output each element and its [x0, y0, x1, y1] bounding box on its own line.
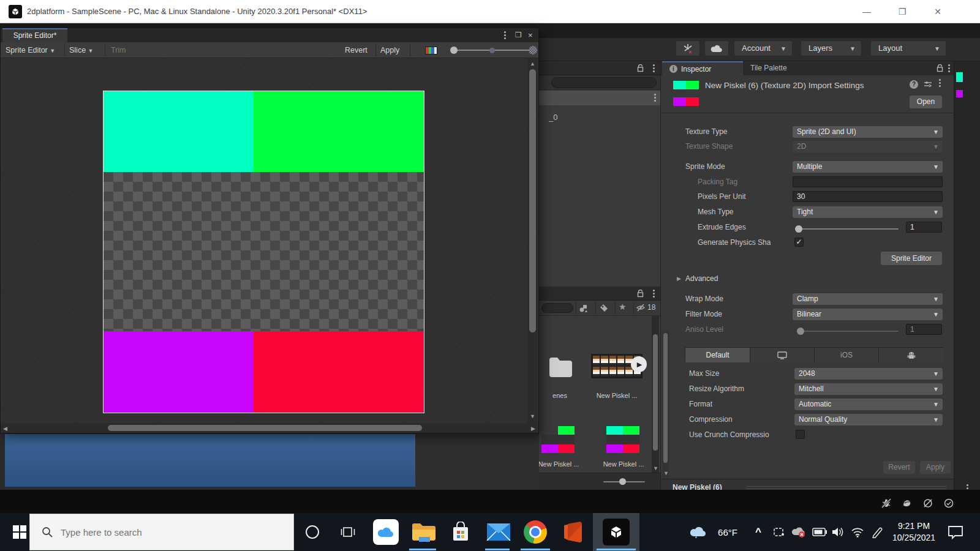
extrude-edges-input[interactable]: 1	[906, 222, 942, 233]
hierarchy-menu-icon[interactable]	[653, 67, 655, 69]
play-preview-button[interactable]: ▶	[631, 356, 647, 372]
sprite-region-magenta[interactable]	[104, 331, 254, 413]
platform-tab-default[interactable]: Default	[685, 348, 750, 362]
layout-dropdown[interactable]: Layout ▼	[870, 40, 946, 56]
layers-dropdown[interactable]: Layers ▼	[801, 40, 862, 56]
scrollbar-thumb[interactable]	[653, 334, 658, 451]
filter-mode-dropdown[interactable]: Bilinear▼	[793, 309, 943, 320]
sprite-region-green[interactable]	[254, 91, 424, 172]
lock-icon[interactable]	[937, 64, 943, 72]
hidden-count-button[interactable]: 18	[636, 302, 647, 315]
onedrive-error-tray-icon[interactable]	[789, 513, 809, 551]
wifi-tray-icon[interactable]	[848, 513, 867, 551]
filter-by-label-button[interactable]	[599, 303, 609, 315]
mip-slider-dot[interactable]	[489, 48, 495, 53]
max-size-dropdown[interactable]: 2048▼	[794, 368, 943, 380]
platform-tab-standalone[interactable]	[750, 348, 815, 362]
tray-expand-icon[interactable]: ^	[748, 513, 768, 551]
weather-icon-button[interactable]	[685, 513, 712, 551]
tab-sprite-editor[interactable]: Sprite Editor*	[2, 28, 67, 42]
asset-label[interactable]: enes	[539, 392, 581, 399]
vertical-scrollbar[interactable]: ▲ ▼	[527, 58, 538, 423]
account-dropdown[interactable]: Account ▼	[734, 40, 793, 56]
extrude-edges-slider[interactable]	[799, 228, 899, 230]
color-channels-button[interactable]	[425, 47, 437, 54]
zoom-slider-knob[interactable]	[450, 47, 458, 54]
slider-knob[interactable]	[619, 478, 626, 485]
lock-icon[interactable]	[637, 64, 644, 72]
slice-menu[interactable]: Slice ▼	[69, 42, 94, 58]
wrap-mode-dropdown[interactable]: Clamp▼	[793, 293, 943, 305]
slider-knob[interactable]	[795, 225, 802, 233]
texture-type-dropdown[interactable]: Sprite (2D and UI)▼	[793, 126, 943, 138]
maximize-button[interactable]: ❒	[894, 6, 910, 17]
header-menu-icon[interactable]	[939, 82, 941, 84]
sprite-editor-button[interactable]: Sprite Editor	[881, 252, 942, 265]
cortana-button[interactable]	[295, 513, 330, 551]
scrollbar-thumb[interactable]	[108, 425, 422, 431]
asset-label[interactable]: New Piskel ...	[603, 460, 644, 468]
foldout-arrow-icon[interactable]: ▶	[677, 276, 681, 282]
office-app-button[interactable]	[555, 513, 589, 551]
weather-temp[interactable]: 66°F	[712, 513, 744, 551]
sprite-mode-dropdown[interactable]: Multiple▼	[793, 161, 943, 173]
texture-image[interactable]	[103, 91, 424, 413]
pixels-per-unit-input[interactable]: 30	[793, 191, 943, 202]
hierarchy-search-input[interactable]	[551, 77, 657, 88]
sprite-region-cyan[interactable]	[104, 91, 254, 172]
unity-app-button[interactable]	[599, 513, 633, 551]
scroll-down-icon[interactable]: ▼	[663, 470, 669, 476]
file-explorer-button[interactable]	[407, 513, 441, 551]
window-menu-icon[interactable]	[504, 34, 506, 36]
packing-tag-input[interactable]	[793, 176, 943, 187]
debugger-status-button[interactable]	[877, 496, 895, 511]
sprite-region-red[interactable]	[254, 331, 424, 413]
asset-texture-2[interactable]	[606, 426, 639, 453]
edge-panel-menu-icon[interactable]	[967, 487, 968, 489]
format-dropdown[interactable]: Automatic▼	[794, 399, 943, 410]
minimize-button[interactable]: —	[859, 6, 875, 17]
scroll-left-icon[interactable]: ◀	[3, 425, 7, 432]
search-input[interactable]	[61, 527, 269, 538]
cache-server-status-button[interactable]	[898, 496, 916, 511]
action-center-button[interactable]	[942, 513, 969, 551]
snip-tray-icon[interactable]	[769, 513, 788, 551]
use-crunch-compression-checkbox[interactable]	[796, 430, 805, 439]
icloud-app-button[interactable]	[369, 513, 403, 551]
row-menu-icon[interactable]	[654, 97, 656, 99]
microsoft-store-button[interactable]	[443, 513, 478, 551]
pen-tray-icon[interactable]	[867, 513, 887, 551]
filter-by-type-button[interactable]	[578, 302, 589, 315]
window-maximize-icon[interactable]: ❒	[515, 31, 522, 39]
zoom-slider[interactable]	[454, 50, 537, 51]
platform-tab-ios[interactable]: iOS	[815, 348, 879, 362]
window-close-icon[interactable]: ×	[528, 31, 533, 40]
project-menu-icon[interactable]	[653, 293, 655, 294]
apply-button[interactable]: Apply	[380, 42, 399, 58]
scrollbar-thumb[interactable]	[529, 69, 536, 332]
presets-icon[interactable]	[924, 80, 932, 89]
taskbar-search[interactable]	[29, 514, 294, 550]
mail-app-button[interactable]	[481, 513, 516, 551]
platform-tab-android[interactable]	[879, 348, 944, 362]
hierarchy-selected-row[interactable]	[539, 91, 660, 105]
sprite-editor-menu[interactable]: Sprite Editor ▼	[6, 42, 55, 58]
import-status-button[interactable]	[940, 496, 958, 511]
scrollbar-thumb[interactable]	[663, 333, 668, 463]
chrome-button[interactable]	[518, 513, 552, 551]
scroll-up-icon[interactable]: ▲	[530, 61, 535, 67]
advanced-foldout[interactable]: Advanced	[685, 274, 718, 283]
volume-tray-icon[interactable]	[828, 513, 848, 551]
scroll-down-icon[interactable]: ▼	[530, 413, 535, 419]
tab-tile-palette[interactable]: Tile Palette	[750, 64, 787, 72]
horizontal-scrollbar[interactable]: ◀ ▶	[1, 423, 538, 433]
project-search-input[interactable]	[541, 303, 573, 313]
asset-folder[interactable]	[548, 354, 573, 383]
tab-inspector[interactable]: i Inspector	[662, 61, 743, 75]
help-icon[interactable]: ?	[910, 80, 918, 89]
asset-label[interactable]: New Piskel ...	[591, 392, 643, 399]
sprite-editor-canvas[interactable]: ▲ ▼	[1, 58, 538, 423]
battery-tray-icon[interactable]	[810, 513, 829, 551]
task-view-button[interactable]	[331, 513, 365, 551]
scroll-right-icon[interactable]: ▶	[531, 425, 535, 432]
